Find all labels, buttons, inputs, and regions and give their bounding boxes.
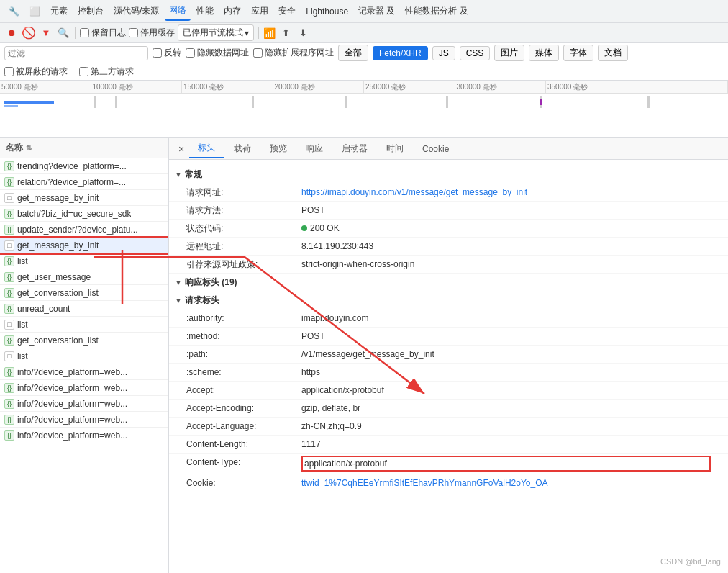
req-header-content-length: Content-Length: 1117 [169, 436, 728, 454]
timeline-ruler: 50000 毫秒 100000 毫秒 150000 毫秒 200000 毫秒 2… [0, 81, 728, 94]
selected-request-item[interactable]: □ get_message_by_init [0, 238, 168, 253]
list-item[interactable]: {} get_conversation_list [0, 285, 168, 301]
request-name: info/?device_platform=web... [17, 415, 127, 425]
tab-memory[interactable]: 内存 [219, 2, 245, 20]
throttle-dropdown[interactable]: 已停用节流模式 ▾ [178, 24, 254, 41]
tab-initiator[interactable]: 启动器 [333, 140, 376, 158]
list-item[interactable]: {} get_user_message [0, 269, 168, 285]
tab-elements-icon[interactable]: 🔧 [4, 4, 24, 19]
tab-cookies[interactable]: Cookie [414, 141, 458, 157]
tab-console-icon[interactable]: ⬜ [25, 4, 45, 19]
tab-application[interactable]: 应用 [247, 2, 273, 20]
request-name: get_message_by_init [17, 193, 99, 203]
tab-headers[interactable]: 标头 [189, 139, 224, 158]
filter-js-button[interactable]: JS [432, 46, 455, 60]
timeline-content [0, 94, 728, 137]
xhr-icon: {} [4, 383, 14, 393]
sort-icon[interactable]: ⇅ [26, 144, 32, 152]
general-section-header[interactable]: ▼ 常规 [169, 166, 728, 184]
row-val: strict-origin-when-cross-origin [301, 258, 711, 271]
filter-media-button[interactable]: 媒体 [529, 45, 559, 61]
tab-network[interactable]: 网络 [165, 1, 191, 21]
filter-input[interactable] [4, 46, 148, 60]
tab-lighthouse[interactable]: Lighthouse [301, 4, 352, 19]
list-item[interactable]: {} batch/?biz_id=uc_secure_sdk [0, 206, 168, 222]
watermark: CSDN @bit_lang [660, 557, 721, 566]
list-item[interactable]: {} get_conversation_list [0, 333, 168, 348]
clear-button[interactable]: 🚫 [22, 26, 36, 40]
list-item[interactable]: {} info/?device_platform=web... [0, 428, 168, 443]
request-name: info/?device_platform=web... [17, 399, 127, 409]
row-key: Accept-Language: [186, 420, 301, 433]
filter-all-button[interactable]: 全部 [338, 45, 368, 61]
tab-console[interactable]: 控制台 [73, 2, 108, 20]
search-button[interactable]: 🔍 [56, 26, 70, 40]
list-item[interactable]: {} list [0, 253, 168, 269]
filter-font-button[interactable]: 字体 [563, 45, 593, 61]
row-key: :method: [186, 330, 301, 343]
invert-checkbox[interactable]: 反转 [153, 47, 181, 59]
list-item[interactable]: {} relation/?device_platform=... [0, 174, 168, 190]
list-item[interactable]: □ get_message_by_init [0, 190, 168, 206]
request-name: get_user_message [17, 272, 91, 282]
row-val: imapi.douyin.com [301, 312, 711, 325]
tab-performance-insights[interactable]: 性能数据分析 及 [401, 2, 472, 20]
list-item[interactable]: □ list [0, 317, 168, 333]
tab-response[interactable]: 响应 [297, 140, 332, 158]
preserve-log-checkbox[interactable]: 保留日志 [80, 27, 126, 39]
disable-cache-checkbox[interactable]: 停用缓存 [129, 27, 175, 39]
general-row-status: 状态代码: 200 OK [169, 220, 728, 238]
tab-performance[interactable]: 性能 [192, 2, 218, 20]
response-headers-section-header[interactable]: ▼ 响应标头 (19) [169, 274, 728, 292]
tick-3: 150000 毫秒 [182, 81, 273, 93]
list-item[interactable]: {} info/?device_platform=web... [0, 396, 168, 412]
list-item[interactable]: {} trending?device_platform=... [0, 158, 168, 174]
req-header-cookie: Cookie: ttwid=1%7CqhEEeYrmfiSItEfEhavPRh… [169, 474, 728, 492]
filter-fetch-xhr-button[interactable]: Fetch/XHR [373, 46, 428, 60]
list-item[interactable]: □ list [0, 348, 168, 364]
download-icon[interactable]: ⬇ [296, 26, 310, 40]
row-key: Accept-Encoding: [186, 402, 301, 415]
row-key: Cookie: [186, 477, 301, 489]
xhr-icon: {} [4, 225, 14, 235]
list-item[interactable]: {} info/?device_platform=web... [0, 380, 168, 396]
filter-doc-button[interactable]: 文档 [598, 45, 628, 61]
hide-extension-urls-checkbox[interactable]: 隐藏扩展程序网址 [253, 47, 334, 59]
doc-icon: □ [4, 320, 14, 330]
filter-toggle-button[interactable]: ▼ [39, 26, 53, 40]
xhr-icon: {} [4, 256, 14, 266]
list-item[interactable]: {} update_sender/?device_platu... [0, 222, 168, 238]
tab-security[interactable]: 安全 [274, 2, 300, 20]
tab-recorder[interactable]: 记录器 及 [354, 2, 399, 20]
filter-css-button[interactable]: CSS [460, 46, 491, 60]
tab-preview[interactable]: 预览 [261, 140, 296, 158]
third-party-checkbox[interactable]: 第三方请求 [79, 66, 134, 78]
row-key: 远程地址: [186, 240, 301, 253]
xhr-icon: {} [4, 430, 14, 441]
stop-recording-button[interactable]: ⏺ [4, 26, 19, 40]
list-item[interactable]: {} info/?device_platform=web... [0, 364, 168, 380]
list-header-label: 名称 [6, 142, 23, 154]
hide-data-urls-checkbox[interactable]: 隐藏数据网址 [186, 47, 249, 59]
list-item[interactable]: {} info/?device_platform=web... [0, 412, 168, 428]
separator-2 [258, 27, 259, 39]
row-val: zh-CN,zh;q=0.9 [301, 420, 711, 433]
timeline-area[interactable]: 50000 毫秒 100000 毫秒 150000 毫秒 200000 毫秒 2… [0, 81, 728, 138]
tick-5: 250000 毫秒 [364, 81, 455, 93]
row-val: /v1/message/get_message_by_init [301, 348, 711, 361]
upload-icon[interactable]: ⬆ [278, 26, 293, 40]
request-headers-section-header[interactable]: ▼ 请求标头 [169, 292, 728, 310]
main-area: 名称 ⇅ {} trending?device_platform=... {} … [0, 138, 728, 573]
general-row-referrer: 引荐来源网址政策: strict-origin-when-cross-origi… [169, 256, 728, 274]
tab-payload[interactable]: 载荷 [225, 140, 260, 158]
status-dot [301, 225, 307, 231]
tab-elements[interactable]: 元素 [46, 2, 72, 20]
tab-sources[interactable]: 源代码/来源 [109, 2, 163, 20]
list-item[interactable]: {} unread_count [0, 301, 168, 317]
req-header-scheme: :scheme: https [169, 364, 728, 382]
blocked-requests-checkbox[interactable]: 被屏蔽的请求 [4, 66, 68, 78]
tab-timing[interactable]: 时间 [378, 140, 412, 158]
filter-img-button[interactable]: 图片 [494, 45, 524, 61]
timeline-dot-4 [345, 96, 347, 108]
close-button[interactable]: × [175, 143, 188, 155]
